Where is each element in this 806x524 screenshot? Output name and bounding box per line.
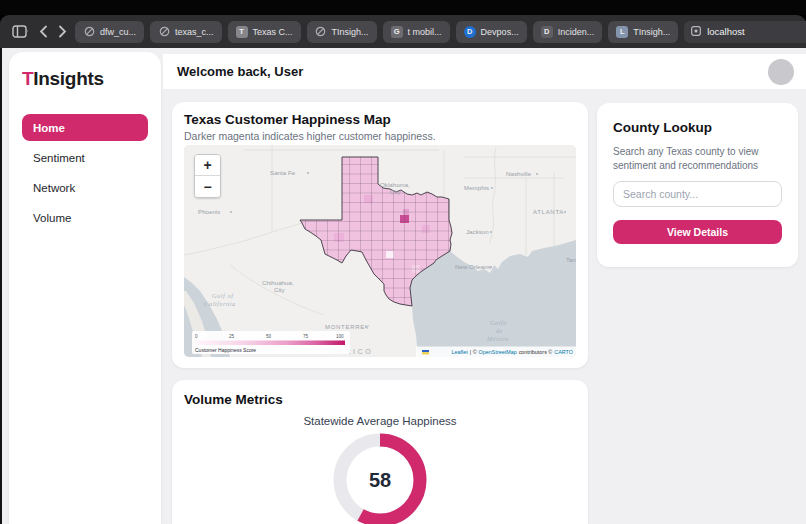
desktop-background — [0, 0, 806, 15]
label-golfo-3: México — [486, 335, 509, 342]
label-golfo-1: Golfo — [490, 319, 507, 326]
app-logo: TInsights — [22, 68, 148, 90]
browser-tab[interactable]: D Inciden... — [533, 21, 603, 43]
map-card-title: Texas Customer Happiness Map — [184, 112, 576, 128]
map-canvas: Santa Fe Phoenix Oklahoma, City Nashvill… — [184, 145, 576, 357]
county-search-input[interactable] — [613, 181, 782, 207]
browser-tab[interactable]: T Texas C... — [228, 21, 301, 43]
label-golfo-2: de — [496, 327, 503, 334]
address-url: localhost — [707, 26, 806, 37]
ukraine-flag-icon — [422, 350, 429, 352]
forward-button[interactable] — [56, 23, 69, 40]
letter-favicon-icon: D — [464, 26, 476, 38]
label-tampico-partial: Tam — [566, 256, 576, 263]
blocked-favicon-icon — [83, 26, 95, 38]
blocked-favicon-icon — [315, 26, 327, 38]
sidebar: TInsights Home Sentiment Network Volume — [9, 52, 161, 524]
map-attribution: Leaflet| ©OpenStreetMapcontributors ©CAR… — [416, 347, 576, 358]
brand-rest: Insights — [33, 68, 103, 89]
sidebar-toggle-icon[interactable] — [10, 23, 31, 40]
blocked-favicon-icon — [158, 26, 170, 38]
happiness-map-card: Texas Customer Happiness Map Darker mage… — [172, 102, 588, 368]
donut-chart-title: Statewide Average Happiness — [184, 415, 576, 427]
greeting-text: Welcome back, User — [177, 64, 303, 79]
browser-tab[interactable]: texas_c... — [150, 21, 222, 43]
browser-window: dfw_cu... texas_c... T Texas C... TInsig… — [0, 0, 806, 524]
tab-label: Inciden... — [558, 27, 595, 37]
label-oklahoma-city-2: City — [390, 188, 402, 195]
back-button[interactable] — [37, 23, 50, 40]
tab-label: Texas C... — [253, 27, 293, 37]
tab-label: Devpos... — [481, 27, 519, 37]
label-oklahoma-city-1: Oklahoma, — [380, 181, 410, 188]
browser-tab[interactable]: D Devpos... — [456, 21, 527, 43]
donut-center-value: 58 — [369, 469, 391, 491]
browser-tab[interactable]: dfw_cu... — [75, 21, 144, 43]
lookup-title: County Lookup — [613, 120, 782, 136]
label-phoenix: Phoenix — [198, 208, 221, 215]
texas-choropleth-map[interactable]: Santa Fe Phoenix Oklahoma, City Nashvill… — [184, 145, 576, 357]
tab-label: texas_c... — [175, 27, 214, 37]
tab-label: TInsigh... — [332, 27, 369, 37]
zoom-out-button[interactable]: − — [195, 176, 220, 197]
legend-tick-50: 50 — [266, 334, 272, 339]
browser-tab[interactable]: G t mobil... — [383, 21, 450, 43]
happiness-donut-chart: 58 — [332, 432, 428, 524]
legend-label: Customer Happiness Score — [195, 347, 256, 353]
volume-title: Volume Metrics — [184, 392, 576, 408]
map-legend: 0 25 50 75 100 Customer Happiness Score — [192, 331, 350, 354]
label-chihuahua-1: Chihuahua, — [262, 279, 294, 286]
label-new-orleans: New Orleans — [455, 263, 491, 270]
legend-tick-75: 75 — [303, 334, 309, 339]
volume-metrics-card: Volume Metrics Statewide Average Happine… — [172, 380, 588, 524]
letter-favicon-icon: G — [391, 26, 403, 38]
carto-link[interactable]: CARTO — [554, 349, 573, 355]
label-jackson: Jackson — [466, 228, 489, 235]
openstreetmap-link[interactable]: OpenStreetMap — [479, 349, 517, 355]
browser-toolbar: dfw_cu... texas_c... T Texas C... TInsig… — [0, 15, 806, 48]
lookup-description: Search any Texas county to view sentimen… — [613, 145, 782, 173]
svg-text:Leaflet| ©OpenStreetMapcontrib: Leaflet| ©OpenStreetMapcontributors ©CAR… — [452, 349, 573, 355]
letter-favicon-icon: L — [616, 26, 628, 38]
address-bar[interactable]: localhost — [684, 21, 806, 43]
legend-tick-0: 0 — [195, 334, 198, 339]
sidebar-item-sentiment[interactable]: Sentiment — [22, 144, 148, 171]
label-chihuahua-2: City — [274, 286, 286, 293]
window-edge — [0, 48, 2, 524]
leaflet-link[interactable]: Leaflet — [452, 349, 469, 355]
view-details-button[interactable]: View Details — [613, 220, 782, 244]
browser-tab[interactable]: TInsigh... — [307, 21, 377, 43]
label-monterrey: MONTERREY — [325, 324, 370, 330]
label-atlanta: ATLANTA — [533, 209, 564, 215]
label-memphis: Memphis — [464, 184, 489, 191]
county-lookup-card: County Lookup Search any Texas county to… — [597, 103, 798, 267]
tab-label: t mobil... — [408, 27, 442, 37]
letter-favicon-icon: D — [541, 26, 553, 38]
map-card-subtitle: Darker magenta indicates higher customer… — [184, 130, 576, 142]
zoom-in-button[interactable]: + — [195, 155, 220, 176]
page-header: Welcome back, User — [163, 54, 806, 89]
label-santa-fe: Santa Fe — [270, 169, 296, 176]
label-gulf-of-california-1: Gulf of — [212, 292, 234, 299]
legend-tick-100: 100 — [336, 334, 344, 339]
letter-favicon-icon: T — [236, 26, 248, 38]
browser-tab[interactable]: L TInsigh... — [608, 21, 678, 43]
tab-label: dfw_cu... — [100, 27, 136, 37]
legend-tick-25: 25 — [229, 334, 235, 339]
avatar[interactable] — [768, 59, 794, 85]
tab-label: TInsigh... — [633, 27, 670, 37]
sidebar-item-network[interactable]: Network — [22, 174, 148, 201]
sidebar-item-home[interactable]: Home — [22, 114, 148, 141]
brand-accent-letter: T — [22, 68, 33, 89]
app-content: TInsights Home Sentiment Network Volume … — [0, 48, 806, 524]
map-zoom-control: + − — [194, 154, 221, 198]
label-nashville: Nashville — [506, 170, 532, 177]
label-gulf-of-california-2: California — [204, 300, 236, 307]
legend-gradient-bar — [195, 341, 345, 346]
site-favicon-icon — [691, 26, 701, 38]
sidebar-item-volume[interactable]: Volume — [22, 204, 148, 231]
